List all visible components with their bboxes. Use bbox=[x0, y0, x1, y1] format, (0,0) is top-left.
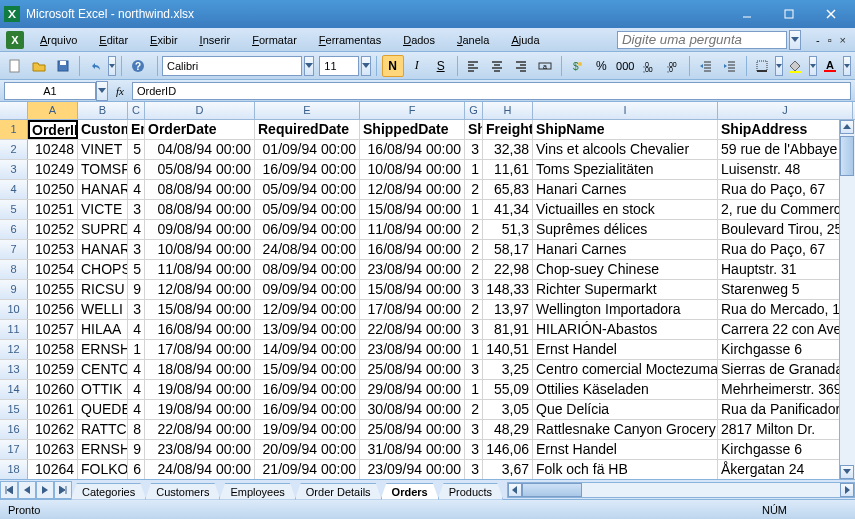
cell[interactable]: Carrera 22 con Ave bbox=[718, 320, 853, 339]
fx-icon[interactable]: fx bbox=[116, 85, 124, 97]
cell[interactable]: Toms Spezialitäten bbox=[533, 160, 718, 179]
cell[interactable]: 12/09/94 00:00 bbox=[255, 300, 360, 319]
menu-inserir[interactable]: Inserir bbox=[194, 32, 237, 48]
horizontal-scrollbar[interactable] bbox=[507, 482, 855, 498]
col-header-D[interactable]: D bbox=[145, 102, 255, 119]
cell[interactable]: 16/09/94 00:00 bbox=[255, 400, 360, 419]
cell[interactable]: 9 bbox=[128, 280, 145, 299]
cell[interactable]: 10264 bbox=[28, 460, 78, 479]
cell[interactable]: Vins et alcools Chevalier bbox=[533, 140, 718, 159]
hscroll-thumb[interactable] bbox=[522, 483, 582, 497]
formula-input[interactable]: OrderID bbox=[132, 82, 851, 100]
cell[interactable]: 2 bbox=[465, 180, 483, 199]
cell[interactable]: 23/08/94 00:00 bbox=[360, 260, 465, 279]
scroll-down-button[interactable] bbox=[840, 465, 854, 479]
menu-exibir[interactable]: Exibir bbox=[144, 32, 184, 48]
cell[interactable]: 6 bbox=[128, 460, 145, 479]
cell[interactable]: 16/09/94 00:00 bbox=[255, 160, 360, 179]
cell[interactable]: 01/09/94 00:00 bbox=[255, 140, 360, 159]
cell[interactable]: 10262 bbox=[28, 420, 78, 439]
cell[interactable]: Ernst Handel bbox=[533, 340, 718, 359]
currency-button[interactable]: $ bbox=[566, 55, 588, 77]
mdi-minimize-icon[interactable]: - bbox=[813, 34, 823, 46]
menu-arquivo[interactable]: Arquivo bbox=[34, 32, 83, 48]
cell[interactable]: 15/08/94 00:00 bbox=[360, 280, 465, 299]
row-header[interactable]: 8 bbox=[0, 260, 28, 279]
cell[interactable]: 10254 bbox=[28, 260, 78, 279]
save-button[interactable] bbox=[52, 55, 74, 77]
cell[interactable]: 10253 bbox=[28, 240, 78, 259]
cell[interactable]: 55,09 bbox=[483, 380, 533, 399]
cell[interactable]: 25/08/94 00:00 bbox=[360, 360, 465, 379]
cell[interactable]: 6 bbox=[128, 160, 145, 179]
thousands-button[interactable]: 000 bbox=[614, 55, 636, 77]
cell[interactable]: 09/09/94 00:00 bbox=[255, 280, 360, 299]
cell[interactable]: RATTC bbox=[78, 420, 128, 439]
mdi-close-icon[interactable]: × bbox=[837, 34, 849, 46]
borders-dropdown[interactable] bbox=[775, 56, 783, 76]
cell[interactable]: 51,3 bbox=[483, 220, 533, 239]
cell[interactable]: 3,05 bbox=[483, 400, 533, 419]
cell[interactable]: Kirchgasse 6 bbox=[718, 440, 853, 459]
cell[interactable]: HILAA bbox=[78, 320, 128, 339]
cell[interactable]: 1 bbox=[465, 380, 483, 399]
cell[interactable]: 3,67 bbox=[483, 460, 533, 479]
row-header[interactable]: 3 bbox=[0, 160, 28, 179]
menu-ajuda[interactable]: Ajuda bbox=[505, 32, 545, 48]
fontsize-selector[interactable] bbox=[319, 56, 359, 76]
cell[interactable]: 10263 bbox=[28, 440, 78, 459]
cell[interactable]: 48,29 bbox=[483, 420, 533, 439]
cell[interactable]: 08/09/94 00:00 bbox=[255, 260, 360, 279]
cell[interactable]: 3 bbox=[465, 360, 483, 379]
cell[interactable]: 3,25 bbox=[483, 360, 533, 379]
sheet-tab-orders[interactable]: Orders bbox=[381, 483, 439, 500]
cell[interactable]: 10250 bbox=[28, 180, 78, 199]
underline-button[interactable]: S bbox=[430, 55, 452, 77]
cell[interactable]: EmployeeID bbox=[128, 120, 145, 139]
row-header[interactable]: 11 bbox=[0, 320, 28, 339]
align-center-button[interactable] bbox=[486, 55, 508, 77]
mdi-restore-icon[interactable]: ▫ bbox=[825, 34, 835, 46]
col-header-E[interactable]: E bbox=[255, 102, 360, 119]
col-header-A[interactable]: A bbox=[28, 102, 78, 119]
cell[interactable]: CENTC bbox=[78, 360, 128, 379]
help-button[interactable]: ? bbox=[127, 55, 149, 77]
row-header[interactable]: 17 bbox=[0, 440, 28, 459]
decrease-indent-button[interactable] bbox=[695, 55, 717, 77]
cell[interactable]: Freight bbox=[483, 120, 533, 139]
decrease-decimal-button[interactable]: ,00,0 bbox=[662, 55, 684, 77]
align-right-button[interactable] bbox=[510, 55, 532, 77]
cell[interactable]: 22/08/94 00:00 bbox=[145, 420, 255, 439]
fill-dropdown[interactable] bbox=[809, 56, 817, 76]
sheet-tab-order-details[interactable]: Order Details bbox=[295, 483, 382, 500]
cell[interactable]: 2 bbox=[465, 240, 483, 259]
cell[interactable]: 10261 bbox=[28, 400, 78, 419]
cell[interactable]: Mehrheimerstr. 369 bbox=[718, 380, 853, 399]
cell[interactable]: 17/08/94 00:00 bbox=[145, 340, 255, 359]
cell[interactable]: 08/08/94 00:00 bbox=[145, 200, 255, 219]
cell[interactable]: ShipName bbox=[533, 120, 718, 139]
cell[interactable]: 30/08/94 00:00 bbox=[360, 400, 465, 419]
cell[interactable]: 17/08/94 00:00 bbox=[360, 300, 465, 319]
cell[interactable]: 4 bbox=[128, 320, 145, 339]
cell[interactable]: 05/09/94 00:00 bbox=[255, 180, 360, 199]
cell[interactable]: 22/08/94 00:00 bbox=[360, 320, 465, 339]
font-color-button[interactable]: A bbox=[819, 55, 841, 77]
cell[interactable]: OTTIK bbox=[78, 380, 128, 399]
cell[interactable]: 4 bbox=[128, 220, 145, 239]
cell[interactable]: 4 bbox=[128, 360, 145, 379]
cell[interactable]: VINET bbox=[78, 140, 128, 159]
cell[interactable]: Folk och fä HB bbox=[533, 460, 718, 479]
row-header[interactable]: 4 bbox=[0, 180, 28, 199]
row-header[interactable]: 13 bbox=[0, 360, 28, 379]
cell[interactable]: 3 bbox=[465, 460, 483, 479]
cell[interactable]: 3 bbox=[465, 440, 483, 459]
cell[interactable]: 140,51 bbox=[483, 340, 533, 359]
cell[interactable]: Kirchgasse 6 bbox=[718, 340, 853, 359]
cell[interactable]: Suprêmes délices bbox=[533, 220, 718, 239]
cell[interactable]: 9 bbox=[128, 440, 145, 459]
vscroll-thumb[interactable] bbox=[840, 136, 854, 176]
cell[interactable]: 4 bbox=[128, 180, 145, 199]
cell[interactable]: 1 bbox=[465, 160, 483, 179]
row-header[interactable]: 15 bbox=[0, 400, 28, 419]
